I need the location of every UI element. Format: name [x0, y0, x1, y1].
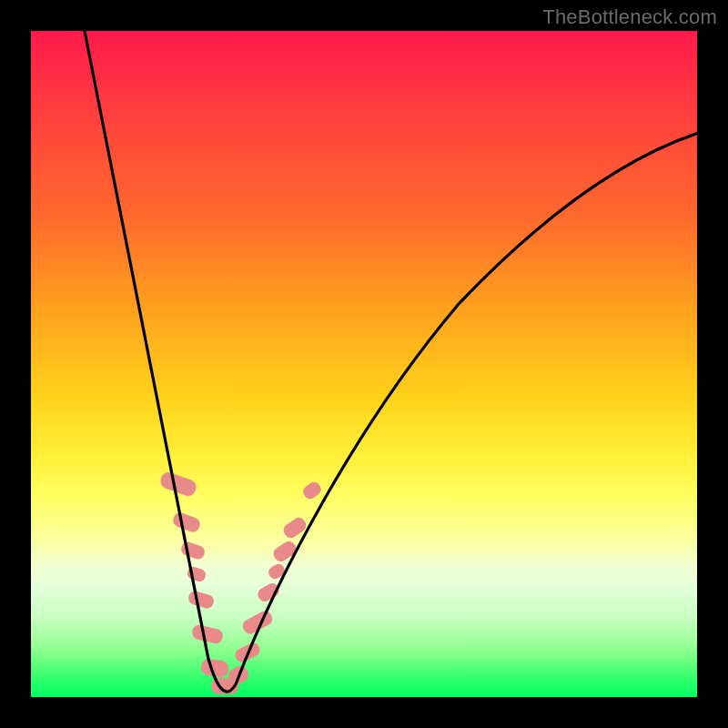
- highlight-bead: [179, 541, 206, 561]
- chart-frame: TheBottleneck.com: [0, 0, 728, 728]
- watermark-text: TheBottleneck.com: [542, 5, 717, 29]
- highlight-beads-group: [158, 470, 323, 694]
- highlight-bead: [171, 511, 202, 533]
- bottleneck-curve: [81, 13, 704, 692]
- plot-area: [31, 31, 697, 697]
- highlight-bead: [158, 470, 198, 499]
- curve-layer: [31, 31, 697, 697]
- highlight-bead: [191, 623, 225, 645]
- highlight-bead: [187, 590, 215, 610]
- highlight-bead: [301, 480, 324, 501]
- highlight-bead: [256, 581, 281, 604]
